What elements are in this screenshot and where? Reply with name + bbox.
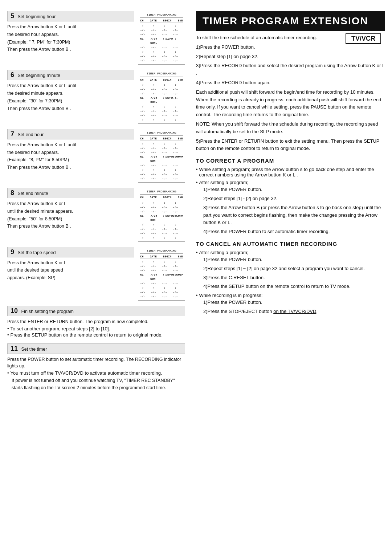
step-5-section: 5 Set beginning hourPress the Arrow butt…: [7, 11, 185, 65]
step-11-header: 11 Set the timer: [7, 343, 185, 354]
left-column: 5 Set beginning hourPress the Arrow butt…: [7, 11, 185, 543]
step-10-label: Finish setting the program: [21, 309, 74, 314]
step-10-num: 10: [11, 307, 18, 314]
step-6-section: 6 Set beginning minutePress the Arrow bu…: [7, 70, 185, 123]
prog-box: – TIMER PROGRAMMING –CHDATEBEGINEND–/––/…: [138, 247, 185, 301]
step-num-9: 9: [11, 248, 14, 256]
step-5-text: 5 Set beginning hourPress the Arrow butt…: [7, 11, 134, 65]
step-11-text: 11 Set the timer Press the POWER button …: [7, 343, 185, 392]
tpe-header: TIMER PROGRAM EXTENSION: [196, 11, 385, 31]
to-correct-header: TO CORRECT A PROGRAM: [196, 158, 385, 164]
step-11-label: Set the timer: [21, 347, 47, 352]
prog-box: – TIMER PROGRAMMING –CHDATEBEGINEND–/––/…: [138, 11, 185, 65]
prog-box: – TIMER PROGRAMMING –CHDATEBEGINEND–/––/…: [138, 188, 185, 241]
step-num-5: 5: [11, 12, 14, 20]
tv-vcr-badge: TV/VCR: [346, 33, 381, 44]
step-9-section: 9 Set the tape speedPress the Arrow butt…: [7, 247, 185, 301]
step-7-header: 7 Set end hour: [7, 129, 134, 139]
step-10-section: 10 Finish setting the program Press the …: [7, 306, 185, 338]
tpe-title: TIMER PROGRAM EXTENSION: [203, 15, 368, 27]
step-5-header: 5 Set beginning hour: [7, 11, 134, 21]
step-10-header: 10 Finish setting the program: [7, 306, 185, 316]
prog-box: – TIMER PROGRAMMING –CHDATEBEGINEND–/––/…: [138, 129, 185, 183]
step-10-text: 10 Finish setting the program Press the …: [7, 306, 185, 338]
step-11-num: 11: [11, 345, 18, 352]
page: 5 Set beginning hourPress the Arrow butt…: [0, 0, 392, 554]
step-10-para: Press the ENTER or RETURN button. The pr…: [7, 318, 185, 325]
step-11-section: 11 Set the timer Press the POWER button …: [7, 343, 185, 392]
step-7-text: 7 Set end hourPress the Arrow button K o…: [7, 129, 134, 183]
step-6-header: 6 Set beginning minute: [7, 70, 134, 80]
to-correct-section: TO CORRECT A PROGRAM •While setting a pr…: [196, 158, 385, 236]
step-6-text: 6 Set beginning minutePress the Arrow bu…: [7, 70, 134, 123]
step-7-section: 7 Set end hourPress the Arrow button K o…: [7, 129, 185, 183]
to-cancel-section: TO CANCEL AN AUTOMATIC TIMER RECORDING •…: [196, 241, 385, 315]
step-9-header: 9 Set the tape speed: [7, 247, 134, 257]
step-8-section: 8 Set end minutePress the Arrow button K…: [7, 188, 185, 241]
step-11-para: Press the POWER button to set automatic …: [7, 356, 185, 370]
right-intro: To shift the time schedule of an automat…: [196, 34, 385, 152]
step-num-8: 8: [11, 189, 14, 196]
step-num-6: 6: [11, 71, 14, 78]
step-num-7: 7: [11, 130, 14, 138]
right-column: TIMER PROGRAM EXTENSION TV/VCR To shift …: [192, 11, 385, 543]
step-8-header: 8 Set end minute: [7, 188, 134, 198]
step-9-text: 9 Set the tape speedPress the Arrow butt…: [7, 247, 134, 301]
prog-box: – TIMER PROGRAMMING –CHDATEBEGINEND–/––/…: [138, 70, 185, 123]
step-8-text: 8 Set end minutePress the Arrow button K…: [7, 188, 134, 241]
to-cancel-header: TO CANCEL AN AUTOMATIC TIMER RECORDING: [196, 241, 385, 247]
